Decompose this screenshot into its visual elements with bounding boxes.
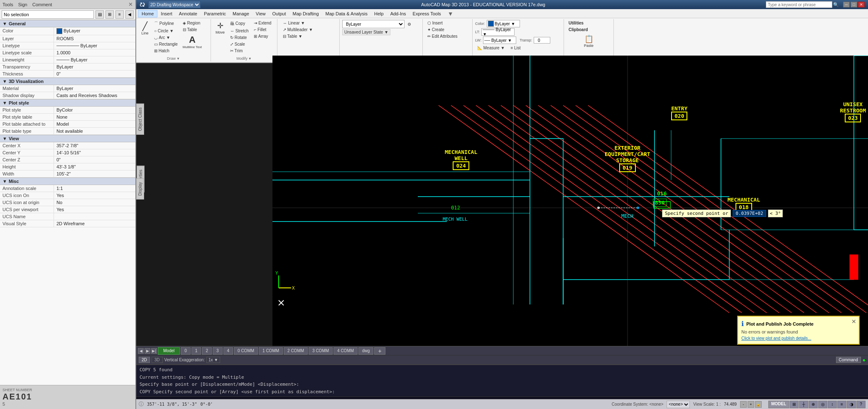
menu-home[interactable]: Home [138,10,157,17]
rotate-btn[interactable]: ↻ Rotate [228,34,250,41]
object-snap-btn[interactable]: ◎ [818,401,827,408]
edit-attributes-btn[interactable]: ✏ Edit Attributes [425,33,470,39]
panel-close[interactable]: ✕ [128,1,133,7]
tab-2[interactable]: 2 [202,347,212,355]
cad-canvas[interactable]: X Y MECHANICALWELL024 EXTERIOREQUIPMENT/… [272,56,868,355]
stretch-btn[interactable]: ↔ Stretch [228,28,250,34]
tab-next-btn[interactable]: ▶ [145,348,150,354]
dynamic-input-btn[interactable]: ↕ [828,401,837,408]
copy-btn[interactable]: ⿔ Copy [228,20,250,27]
view-scale-increase[interactable]: + [748,401,754,408]
notif-link[interactable]: Click to view plot and publish details..… [741,336,856,341]
view-scale-decrease[interactable]: - [740,401,747,408]
arc-btn[interactable]: ◡ Arc ▼ [152,34,180,41]
trim-btn[interactable]: ✂ Trim [228,48,250,54]
lineweight-toggle-btn[interactable]: ≡ [837,401,846,408]
scale-btn[interactable]: ⤢ Scale [228,41,250,47]
extend-btn[interactable]: ⇥ Extend [252,20,273,26]
view-header[interactable]: ▼View [0,135,135,142]
tab-4comm[interactable]: 4 COMM [333,347,358,355]
tab-add-btn[interactable]: + [374,347,385,355]
tab-3comm[interactable]: 3 COMM [309,347,333,355]
sign-tab[interactable]: Sign [18,2,27,7]
multileader-btn[interactable]: ↗ Multileader ▼ [281,27,336,33]
tab-2comm[interactable]: 2 COMM [284,347,308,355]
menu-annotate[interactable]: Annotate [176,10,201,17]
general-header[interactable]: ▼General [0,20,135,27]
vert-exag-dropdown[interactable]: 1x ▼ [206,357,220,363]
tab-end-btn[interactable]: ▶| [151,348,157,354]
workspace-dropdown[interactable]: 2D Drafting Workspace [148,1,201,8]
search-input[interactable] [766,1,832,8]
menu-parametric[interactable]: Parametric [201,10,229,17]
insert-btn[interactable]: ⬡ Insert [425,20,470,26]
line-btn[interactable]: ╱ Line [139,20,151,37]
menu-view[interactable]: View [253,10,269,17]
maximize-btn[interactable]: □ [851,2,857,7]
linear-btn[interactable]: ↔ Linear ▼ [281,20,336,26]
transparency-toggle-btn[interactable]: ◑ [847,401,856,408]
view-scale-lock[interactable]: 🔒 [755,401,762,408]
table-ann-btn[interactable]: ⊟ Table ▼ [281,33,336,39]
create-btn[interactable]: ✦ Create [425,27,470,33]
comment-tab[interactable]: Comment [32,2,52,7]
circle-btn[interactable]: ○ Circle ▼ [152,28,180,34]
mtext-btn[interactable]: A Multiline Text [181,33,204,50]
measure-btn[interactable]: 📐 Measure ▼ [475,45,507,51]
transparency-input[interactable] [534,37,550,44]
menu-mapdrafting[interactable]: Map Drafting [289,10,322,17]
qp-btn[interactable]: ? [856,401,866,408]
sel-btn-1[interactable]: ▤ [96,10,104,19]
tools-tab[interactable]: Tools [2,2,13,7]
region-btn[interactable]: ◈ Region [181,20,204,26]
layer-dropdown[interactable]: ByLayer ROOMS [342,20,405,28]
linetype-picker[interactable]: ──── ByLayer ▼ [481,28,515,36]
tab-0[interactable]: 0 [181,347,191,355]
menu-express[interactable]: Express Tools [409,10,444,17]
ortho-btn[interactable]: ┼ [799,401,808,408]
grid-snap-btn[interactable]: ⊞ [790,401,799,408]
fillet-btn[interactable]: ⌐ Fillet [252,27,273,33]
display-tab[interactable]: Display [136,178,144,200]
model-indicator[interactable]: MODEL [768,401,789,408]
tab-prev-btn[interactable]: ◀ [138,348,144,354]
tab-1comm[interactable]: 1 COMM [259,347,283,355]
minimize-btn[interactable]: ─ [843,2,850,7]
rect-btn[interactable]: ▭ Rectangle [152,41,180,47]
unsaved-layer-btn[interactable]: Unsaved Layer State ▼ [342,29,390,35]
tab-dwg[interactable]: dwg [358,347,373,355]
tab-0comm[interactable]: 0 COMM [234,347,258,355]
table-draw-btn[interactable]: ⊟ Table [181,27,204,33]
list-btn[interactable]: ≡ List [508,45,522,51]
sel-btn-3[interactable]: ≡ [115,10,124,19]
menu-help[interactable]: Help [371,10,387,17]
object-class-tab[interactable]: Object Class [136,104,144,135]
lineweight-picker[interactable]: ── ByLayer ▼ [483,37,516,44]
menu-mapdata[interactable]: Map Data & Analysis [322,10,371,17]
menu-manage[interactable]: Manage [229,10,253,17]
menu-output[interactable]: Output [269,10,289,17]
polar-btn[interactable]: ⊕ [809,401,818,408]
color-picker[interactable]: ByLayer ▼ [487,20,520,27]
menu-insert[interactable]: Insert [157,10,176,17]
hatch-btn[interactable]: ⊞ Hatch [152,48,180,54]
sel-btn-2[interactable]: ⊞ [105,10,114,19]
polyline-btn[interactable]: ⌒ Polyline [152,20,180,27]
tab-1[interactable]: 1 [191,347,201,355]
draw-expand-icon[interactable]: ▼ [177,57,180,61]
layer-settings-btn[interactable]: ⚙ [405,21,413,27]
tab-3[interactable]: 3 [213,347,223,355]
selection-dropdown[interactable]: No selection [2,10,94,19]
sel-btn-4[interactable]: ◀ [125,10,134,19]
menu-addins[interactable]: Add-Ins [387,10,409,17]
misc-header[interactable]: ▼Misc [0,178,135,185]
paste-btn[interactable]: 📋 Paste [566,33,611,49]
plotstyle-header[interactable]: ▼Plot style [0,99,135,107]
notif-close-btn[interactable]: ✕ [851,318,856,325]
close-btn[interactable]: ✕ [858,2,865,7]
2d-toggle[interactable]: 2D [139,357,150,363]
coord-system-dropdown[interactable]: <none> [667,401,690,408]
status-info-icon[interactable]: ⓘ [139,401,144,408]
move-btn[interactable]: ✛ Move [213,20,227,36]
3d-toggle[interactable]: 3D [152,357,163,363]
